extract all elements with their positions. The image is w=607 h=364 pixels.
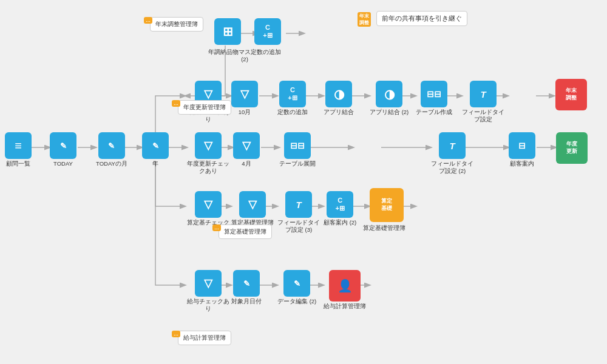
nencyo-mgr-box[interactable]: 年度更新 xyxy=(556,132,588,164)
app-merge-label: アプリ結合 xyxy=(324,109,354,116)
node-target-date[interactable]: ✎ 対象月日付 xyxy=(231,270,262,305)
santeiki-mgr-note-box: 算定基礎管理簿 xyxy=(219,224,272,239)
april-label: 4月 xyxy=(242,160,251,167)
table-icon: ⊞ xyxy=(223,24,233,39)
customer-info-box[interactable]: ⊟ xyxy=(509,132,535,159)
nenchou-mgr-note-box: 年末調整管理簿 xyxy=(150,17,203,32)
add-count-box[interactable]: C+⊞ xyxy=(279,81,306,107)
node-nencyo-check[interactable]: ▽ 年度更新チェックあり xyxy=(187,132,229,175)
node-data-edit2[interactable]: ✎ データ編集 (2) xyxy=(277,270,316,305)
santeiki-mgr-box[interactable]: 算定基礎 xyxy=(370,188,404,222)
santeiki-mgr-tag: … xyxy=(212,224,221,231)
node-app-merge2[interactable]: ◑ アプリ結合 (2) xyxy=(370,81,409,116)
field-type2-label: フィールドタイプ設定 (2) xyxy=(431,160,473,175)
table-open-box[interactable]: ⊟⊟ xyxy=(284,132,311,159)
april-box[interactable]: ▽ xyxy=(233,132,260,159)
field-type-box[interactable]: T xyxy=(470,81,497,107)
node-item-table[interactable]: ⊞ xyxy=(214,18,241,45)
node-today-month[interactable]: ✎ TODAYの月 xyxy=(96,132,127,167)
prev-year-note: 前年の共有事項を引き継ぐ xyxy=(376,11,467,26)
table-create-box[interactable]: ⊟⊟ xyxy=(421,81,447,107)
data-edit2-label: データ編集 (2) xyxy=(277,298,316,305)
calc-icon: C+⊞ xyxy=(263,24,272,39)
today-box[interactable]: ✎ xyxy=(50,132,76,159)
nencyo-mgr-tag: … xyxy=(172,100,180,107)
node-nenchou-dest[interactable]: 年末調整 xyxy=(555,79,587,110)
kyuyo-mgr-tag: … xyxy=(172,331,180,337)
app-merge2-label: アプリ結合 (2) xyxy=(370,109,409,116)
node-table-open[interactable]: ⊟⊟ テーブル展開 xyxy=(279,132,316,167)
node-today[interactable]: ✎ TODAY xyxy=(50,132,76,167)
data-edit2-box[interactable]: ✎ xyxy=(283,270,310,297)
app-merge2-box[interactable]: ◑ xyxy=(376,81,402,107)
node-kyuyo-check[interactable]: ▽ 給与チェックあり xyxy=(187,270,229,313)
connections-svg xyxy=(0,0,607,364)
target-date-label: 対象月日付 xyxy=(231,298,262,305)
field-type2-box[interactable]: T xyxy=(439,132,466,159)
kyuyo-mgr-note-box: 給与計算管理簿 xyxy=(178,331,231,345)
october-box[interactable]: ▽ xyxy=(231,81,258,107)
node-santeiki-check2[interactable]: ▽ 算定基礎管理簿 xyxy=(231,191,274,226)
field-type3-box[interactable]: T xyxy=(285,191,312,218)
node-kyuyo-person[interactable]: 👤 給与計算管理簿 xyxy=(324,270,366,310)
today-month-box[interactable]: ✎ xyxy=(98,132,125,159)
node-field-type[interactable]: T フィールドタイプ設定 xyxy=(462,81,504,124)
node-october[interactable]: ▽ 10月 xyxy=(231,81,258,116)
nenchou-adj-tag: 年末調整 xyxy=(358,12,371,27)
nenchou-dest-box[interactable]: 年末調整 xyxy=(555,79,587,110)
santeiki-check-box[interactable]: ▽ xyxy=(195,191,222,218)
node-nencyo-mgr[interactable]: 年度更新 xyxy=(556,132,588,164)
kanmon-list-box[interactable]: ≡ xyxy=(5,132,32,159)
add-count-label: 定数の追加 xyxy=(277,109,308,116)
table-open-label: テーブル展開 xyxy=(279,160,316,167)
node-april[interactable]: ▽ 4月 xyxy=(233,132,260,167)
today-month-label: TODAYの月 xyxy=(96,160,127,167)
item-master-label: 年調納品物マス定数の追加 (2) xyxy=(205,49,284,64)
target-date-box[interactable]: ✎ xyxy=(233,270,260,297)
nenchou-mgr-tag-top: … xyxy=(144,17,152,24)
node-app-merge[interactable]: ◑ アプリ結合 xyxy=(324,81,354,116)
node-customer-info[interactable]: ⊟ 顧客案内 xyxy=(509,132,535,167)
workflow-canvas: 年末調整 前年の共有事項を引き継ぐ … 年末調整管理簿 ⊞ C+⊞ 年調納品物マ… xyxy=(0,0,607,364)
kyuyo-check-box[interactable]: ▽ xyxy=(195,270,222,297)
table-create-label: テーブル作成 xyxy=(416,109,452,116)
customer-info-label: 顧客案内 xyxy=(510,160,534,167)
node-kanmon-list[interactable]: ≡ 顧問一覧 xyxy=(5,132,32,167)
app-merge-box[interactable]: ◑ xyxy=(325,81,352,107)
node-item-calc[interactable]: C+⊞ xyxy=(254,18,281,45)
year-label: 年 xyxy=(152,160,158,167)
nencyo-check-box[interactable]: ▽ xyxy=(195,132,222,159)
kanmon-list-label: 顧問一覧 xyxy=(6,160,30,167)
kyuyo-person-label: 給与計算管理簿 xyxy=(324,303,366,310)
field-type3-label: フィールドタイプ設定 (3) xyxy=(277,219,320,234)
field-type-label: フィールドタイプ設定 xyxy=(462,109,504,124)
year-box[interactable]: ✎ xyxy=(142,132,169,159)
node-field-type3[interactable]: T フィールドタイプ設定 (3) xyxy=(277,191,320,234)
october-label: 10月 xyxy=(239,109,251,116)
customer-info2-label: 顧客案内 (2) xyxy=(324,219,356,226)
item-calc-box[interactable]: C+⊞ xyxy=(254,18,281,45)
santeiki-check2-box[interactable]: ▽ xyxy=(239,191,266,218)
node-table-create[interactable]: ⊟⊟ テーブル作成 xyxy=(416,81,452,116)
customer-info2-box[interactable]: C+⊞ xyxy=(327,191,353,218)
node-field-type2[interactable]: T フィールドタイプ設定 (2) xyxy=(431,132,473,175)
node-customer-info2[interactable]: C+⊞ 顧客案内 (2) xyxy=(324,191,356,226)
santeiki-dest-label: 算定基礎管理簿 xyxy=(363,224,405,232)
nencyo-check-label: 年度更新チェックあり xyxy=(187,160,229,175)
today-label: TODAY xyxy=(53,160,73,167)
node-santeiki-mgr[interactable]: 算定基礎 xyxy=(370,188,404,222)
item-table-box[interactable]: ⊞ xyxy=(214,18,241,45)
kyuyo-check-label: 給与チェックあり xyxy=(187,298,229,313)
nencyo-mgr-note-box: 年度更新管理簿 xyxy=(178,100,231,115)
node-add-count[interactable]: C+⊞ 定数の追加 xyxy=(277,81,308,116)
kyuyo-person-box[interactable]: 👤 xyxy=(329,270,361,302)
node-year[interactable]: ✎ 年 xyxy=(142,132,169,167)
node-santeiki-check[interactable]: ▽ 算定基チェック xyxy=(187,191,229,226)
